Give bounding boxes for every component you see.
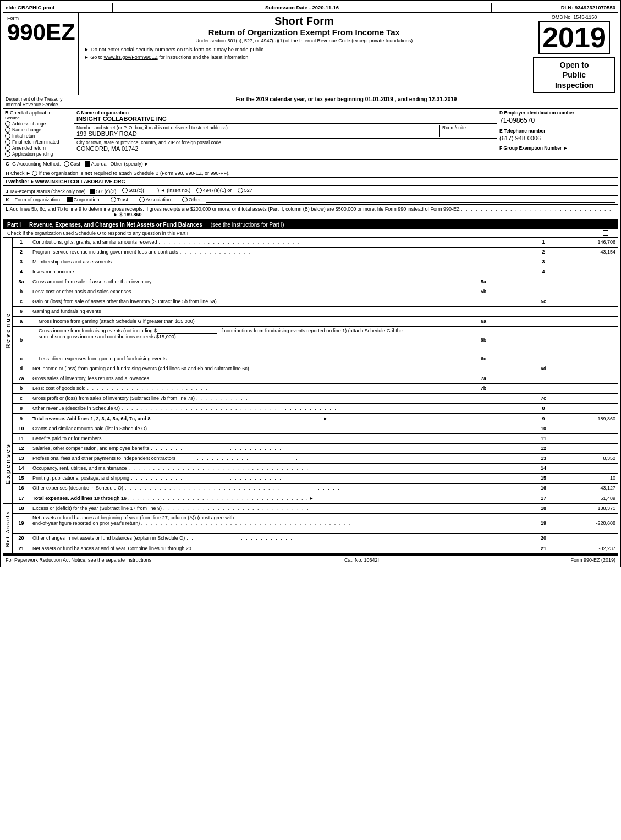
phone: (617) 948-0006 <box>499 134 616 142</box>
other-radio[interactable] <box>182 197 188 202</box>
initial-return-radio[interactable] <box>5 133 10 139</box>
line-15-amount: 10 <box>552 474 618 483</box>
form-year: 2019 <box>538 21 610 54</box>
527-radio[interactable] <box>238 188 243 193</box>
line-9-row: 9 Total revenue. Add lines 1, 2, 3, 4, 5… <box>13 414 618 424</box>
line-8-row: 8 Other revenue (describe in Schedule O)… <box>13 404 618 414</box>
form-number: 990EZ <box>7 21 75 44</box>
return-title: Return of Organization Exempt From Incom… <box>84 28 524 37</box>
line-15-row: 15 Printing, publications, postage, and … <box>13 474 618 484</box>
cat-no: Cat. No. 10642I <box>344 557 379 563</box>
line-16-row: 16 Other expenses (describe in Schedule … <box>13 484 618 493</box>
paperwork-label: For Paperwork Reduction Act Notice, see … <box>6 557 153 563</box>
501c3-check[interactable]: ✓ <box>90 189 95 194</box>
h-check-row: H Check ► if the organization is not req… <box>3 169 618 178</box>
final-return-row: Final return/terminated <box>5 139 72 145</box>
phone-label: E Telephone number <box>499 128 616 134</box>
501c-radio[interactable] <box>122 188 128 193</box>
part1-header: Part I Revenue, Expenses, and Changes in… <box>3 220 618 229</box>
line-19-amount: -220,608 <box>552 514 618 533</box>
line-7a-row: 7a Gross sales of inventory, less return… <box>13 374 618 384</box>
line-17-amount: 51,489 <box>552 493 618 503</box>
4947-radio[interactable] <box>196 188 202 193</box>
name-change-row: Name change <box>5 127 72 133</box>
line-6a-row: a Gross income from gaming (attach Sched… <box>13 317 618 327</box>
h-radio[interactable] <box>32 171 37 176</box>
amended-return-radio[interactable] <box>5 145 10 151</box>
line-3-row: 3 Membership dues and assessments . . . … <box>13 257 618 267</box>
group-exemption-label: F Group Exemption Number ► <box>499 145 616 151</box>
line-13-amount: 8,352 <box>552 454 618 463</box>
assoc-radio[interactable] <box>139 197 145 202</box>
address-change-radio[interactable] <box>5 121 10 127</box>
line-1-row: 1 Contributions, gifts, grants, and simi… <box>13 238 618 248</box>
net-assets-side-label: Net Assets <box>3 504 13 553</box>
line-l: L Add lines 5b, 6c, and 7b to line 9 to … <box>3 205 618 220</box>
service-label: Service <box>5 116 72 120</box>
line-5a-row: 5a Gross amount from sale of assets othe… <box>13 277 618 287</box>
submission-date: Submission Date - 2020-11-16 <box>113 3 492 12</box>
final-return-radio[interactable] <box>5 139 10 145</box>
name-change-radio[interactable] <box>5 127 10 133</box>
line-12-row: 12 Salaries, other compensation, and emp… <box>13 444 618 454</box>
initial-return-row: Initial return <box>5 133 72 139</box>
application-pending-row: Application pending <box>5 151 72 157</box>
tax-exempt-row: J Tax-exempt status (check only one) ✓ 5… <box>3 186 618 196</box>
line-18-row: 18 Excess or (deficit) for the year (Sub… <box>13 504 618 514</box>
city-label: City or town, state or province, country… <box>76 140 494 145</box>
line-7b-row: b Less: cost of goods sold . . . . . . .… <box>13 384 618 394</box>
line-17-row: 17 Total expenses. Add lines 10 through … <box>13 493 618 503</box>
accrual-check[interactable]: ✓ <box>85 161 90 167</box>
expenses-side-label: Expenses <box>3 424 13 503</box>
line-11-row: 11 Benefits paid to or for members . . .… <box>13 434 618 444</box>
open-public-label: Open toPublicInspection <box>533 57 615 93</box>
schedule-o-check: Check if the organization used Schedule … <box>3 229 618 238</box>
line-2-desc: Program service revenue including govern… <box>30 248 535 257</box>
revenue-side-label: Revenue <box>3 238 13 424</box>
schedule-o-checkbox[interactable] <box>603 230 608 236</box>
line-19-row: 19 Net assets or fund balances at beginn… <box>13 514 618 534</box>
page: efile GRAPHIC print Submission Date - 20… <box>0 0 621 567</box>
line-18-amount: 138,371 <box>552 504 618 513</box>
ein: 71-0986570 <box>499 116 616 125</box>
check-applicable-label: B Check if applicable: <box>5 110 72 116</box>
line-14-row: 14 Occupancy, rent, utilities, and maint… <box>13 464 618 474</box>
room-suite-label: Room/suite <box>442 125 494 130</box>
goto-url: ► Go to www.irs.gov/Form990EZ for instru… <box>84 54 524 62</box>
line-4-amount <box>552 267 618 277</box>
address-change-row: Address change <box>5 121 72 127</box>
cash-radio[interactable] <box>64 161 69 167</box>
line-1-desc: Contributions, gifts, grants, and simila… <box>30 238 535 247</box>
line-2-row: 2 Program service revenue including gove… <box>13 248 618 257</box>
line-1-amount: 146,706 <box>552 238 618 247</box>
line-21-row: 21 Net assets or fund balances at end of… <box>13 543 618 553</box>
under-section: Under section 501(c), 527, or 4947(a)(1)… <box>84 38 524 43</box>
line-21-amount: -82,237 <box>552 543 618 553</box>
trust-radio[interactable] <box>111 197 116 202</box>
address-label: Number and street (or P. O. box, if mail… <box>76 125 434 130</box>
line-2-ref: 2 <box>535 248 552 257</box>
form-label: Form 990-EZ (2019) <box>570 557 615 563</box>
line-2-num: 2 <box>13 248 30 257</box>
accounting-method-row: G G Accounting Method: Cash ✓ Accrual Ot… <box>3 160 618 169</box>
org-address: 199 SUDBURY ROAD <box>76 130 434 137</box>
org-name-label: C Name of organization <box>76 110 494 116</box>
org-name: INSIGHT COLLABORATIVE INC <box>76 116 494 122</box>
short-form-title: Short Form <box>84 15 524 28</box>
line-2-amount: 43,154 <box>552 248 618 257</box>
line-13-row: 13 Professional fees and other payments … <box>13 454 618 464</box>
corp-check[interactable]: ✓ <box>67 197 73 202</box>
line-6d-row: d Net income or (loss) from gaming and f… <box>13 364 618 374</box>
line-1-ref: 1 <box>535 238 552 247</box>
line-6b-row: b Gross income from fundraising events (… <box>13 327 618 354</box>
line-16-amount: 43,127 <box>552 484 618 493</box>
org-city: CONCORD, MA 01742 <box>76 145 494 152</box>
dept-label: Department of the Treasury Internal Reve… <box>3 95 74 108</box>
line-6-row: 6 Gaming and fundraising events <box>13 307 618 317</box>
line-1-num: 1 <box>13 238 30 247</box>
application-pending-radio[interactable] <box>5 151 10 157</box>
omb-label: OMB No. 1545-1150 <box>533 14 615 20</box>
footer: For Paperwork Reduction Act Notice, see … <box>3 554 618 564</box>
form-org-row: K Form of organization: ✓ Corporation Tr… <box>3 196 618 205</box>
line-20-row: 20 Other changes in net assets or fund b… <box>13 534 618 543</box>
